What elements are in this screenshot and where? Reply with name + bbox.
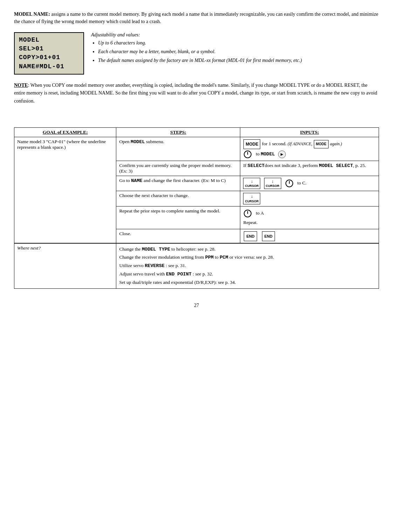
mode-key: MODE xyxy=(243,139,260,149)
end-btn-1: END xyxy=(244,231,257,241)
lcd-line4: NAME#MDL-01 xyxy=(19,62,79,71)
where-next-item-5: Set up dual/triple rates and exponential… xyxy=(119,279,376,287)
example-table: GOAL of EXAMPLE: STEPS: INPUTS: Name mod… xyxy=(14,127,379,289)
adjustability-list: Up to 6 characters long. Each character … xyxy=(91,39,302,64)
table-header-row: GOAL of EXAMPLE: STEPS: INPUTS: xyxy=(14,127,379,137)
table-row-1: Name model 3 "CAP-01" (where the underli… xyxy=(14,137,379,161)
step-open-model: Open MODEL submenu. xyxy=(116,137,240,161)
adjustability-title: Adjustability and values: xyxy=(91,32,302,38)
goal-text: Name model 3 "CAP-01" (where the underli… xyxy=(17,139,106,150)
end-btn-2: END xyxy=(262,231,275,241)
adj-item-2: Each character may be a letter, number, … xyxy=(98,48,302,55)
dial-icon-2 xyxy=(285,180,293,187)
goal-cell: Name model 3 "CAP-01" (where the underli… xyxy=(14,137,116,243)
dial-icon-1 xyxy=(244,150,251,158)
note-block: NOTE: When you COPY one model memory ove… xyxy=(14,82,379,105)
lcd-line1: MODEL xyxy=(19,36,79,44)
col-header-steps: STEPS: xyxy=(116,127,240,137)
note-label: NOTE xyxy=(14,83,28,88)
lcd-line2: SEL>01 xyxy=(19,44,79,53)
inputs-name-char: ↓CURSOR ↓CURSOR to C. xyxy=(240,176,379,191)
note-text: : When you COPY one model memory over an… xyxy=(14,83,377,104)
step-name-char: Go to NAME and change the first characte… xyxy=(116,176,240,191)
adj-item-3: The default names assigned by the factor… xyxy=(98,57,302,64)
step-confirm: Confirm you are currently using the prop… xyxy=(116,161,240,176)
where-next-item-1: Change the MODEL TYPE to helicopter: see… xyxy=(119,245,376,254)
mode-key-2: MODE xyxy=(314,140,329,148)
dial-icon-3 xyxy=(244,210,251,217)
cursor-btn-2: ↓CURSOR xyxy=(264,178,281,189)
col-header-inputs: INPUTS: xyxy=(240,127,379,137)
lcd-display: MODEL SEL>01 COPY>01+01 NAME#MDL-01 xyxy=(14,32,84,75)
where-next-item-2: Change the receiver modulation setting f… xyxy=(119,253,376,262)
where-next-item-4: Adjust servo travel with END POINT : see… xyxy=(119,270,376,279)
intro-text-rest: assigns a name to the current model memo… xyxy=(14,12,378,24)
cursor-btn-3: ↓CURSOR xyxy=(243,193,260,204)
where-next-content-cell: Change the MODEL TYPE to helicopter: see… xyxy=(116,243,379,289)
step-repeat: Repeat the prior steps to complete namin… xyxy=(116,206,240,229)
where-next-content: Change the MODEL TYPE to helicopter: see… xyxy=(119,245,376,287)
adjustability-section: Adjustability and values: Up to 6 charac… xyxy=(91,32,302,65)
adj-item-1: Up to 6 characters long. xyxy=(98,39,302,47)
where-next-item-3: Utilize servo REVERSE : see p. 31. xyxy=(119,262,376,270)
page-number: 27 xyxy=(14,303,379,308)
where-next-label: Where next? xyxy=(14,243,116,289)
inputs-repeat: to ARepeat. xyxy=(240,206,379,229)
lcd-line3: COPY>01+01 xyxy=(19,53,79,62)
pnxt-icon: ▶ xyxy=(278,150,286,158)
cursor-btn-1: ↓CURSOR xyxy=(243,178,260,189)
inputs-next-char: ↓CURSOR xyxy=(240,191,379,206)
col-header-goal: GOAL of EXAMPLE: xyxy=(14,127,116,137)
step-next-char: Choose the next character to change. xyxy=(116,191,240,206)
model-name-label: MODEL NAME: xyxy=(14,12,50,17)
lcd-adjustability-block: MODEL SEL>01 COPY>01+01 NAME#MDL-01 Adju… xyxy=(14,32,379,75)
inputs-confirm: If SELECTdoes not indicate 3, perform MO… xyxy=(240,161,379,176)
inputs-open-model: MODE for 1 second. (If ADVANCE, MODE aga… xyxy=(240,137,379,161)
where-next-row: Where next? Change the MODEL TYPE to hel… xyxy=(14,243,379,289)
intro-paragraph: MODEL NAME: assigns a name to the curren… xyxy=(14,10,379,25)
inputs-close: END END xyxy=(240,229,379,243)
step-close: Close. xyxy=(116,229,240,243)
